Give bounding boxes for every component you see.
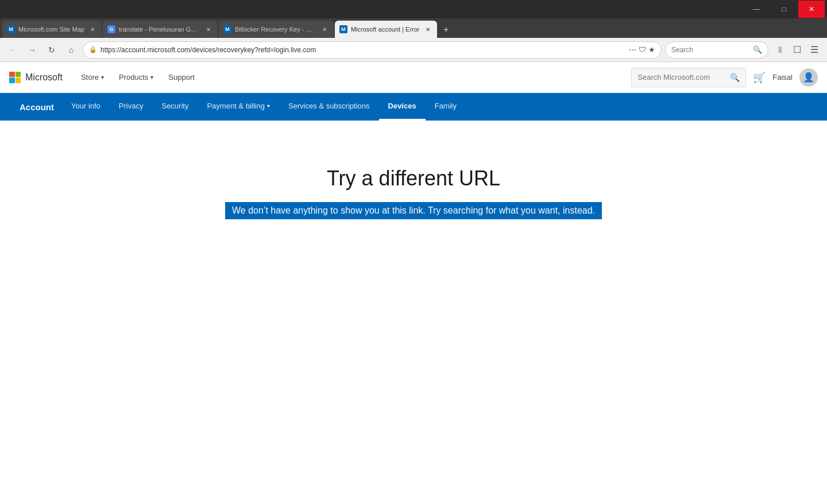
menu-icon[interactable]: ☰ [806, 42, 822, 58]
title-bar-controls: — □ ✕ [743, 1, 825, 18]
ms-logo-text: Microsoft [25, 72, 63, 83]
address-bar-icons: ⋯ 🛡 ★ [629, 45, 655, 54]
star-icon[interactable]: ★ [648, 45, 655, 54]
nav-store[interactable]: Store ▾ [74, 68, 111, 86]
maximize-button[interactable]: □ [771, 1, 797, 18]
tab-close-4[interactable]: ✕ [423, 25, 432, 34]
lock-icon: 🔒 [89, 46, 97, 53]
search-icon: 🔍 [753, 45, 762, 54]
minimize-button[interactable]: — [743, 1, 770, 18]
browser-search-box[interactable]: 🔍 [665, 41, 768, 59]
navigation-bar: ← → ↻ ⌂ 🔒 https://account.microsoft.com/… [0, 38, 827, 62]
ms-search-input[interactable] [637, 73, 725, 82]
address-bar[interactable]: 🔒 https://account.microsoft.com/devices/… [83, 41, 662, 59]
nav-security[interactable]: Security [152, 93, 198, 121]
nav-devices[interactable]: Devices [379, 93, 426, 121]
refresh-button[interactable]: ↻ [44, 42, 60, 58]
logo-green [16, 72, 21, 77]
nav-payment-billing[interactable]: Payment & billing ▾ [198, 93, 279, 121]
store-chevron-icon: ▾ [101, 74, 104, 80]
forward-button[interactable]: → [24, 42, 40, 58]
user-name[interactable]: Faisal [772, 73, 793, 82]
tab-bitlocker[interactable]: M Bitlocker Recovery Key - Micro... ✕ [219, 21, 334, 38]
ms-main-nav: Store ▾ Products ▾ Support [74, 68, 202, 86]
tab-label-4: Microsoft account | Error [351, 26, 420, 33]
tab-bar: M Microsoft.com Site Map ✕ G translate -… [0, 18, 827, 38]
ms-header-right: 🔍 🛒 Faisal 👤 [631, 68, 818, 87]
tab-label-2: translate - Penelusuran Google [119, 26, 200, 33]
nav-products[interactable]: Products ▾ [112, 68, 160, 86]
payment-chevron-icon: ▾ [267, 103, 270, 109]
nav-family[interactable]: Family [426, 93, 466, 121]
cart-icon[interactable]: 🛒 [753, 71, 766, 84]
avatar-initials: 👤 [803, 72, 814, 83]
tabs-icon[interactable]: ☐ [789, 42, 805, 58]
tab-ms-account-error[interactable]: M Microsoft account | Error ✕ [335, 21, 437, 38]
more-options-icon[interactable]: ⋯ [629, 45, 636, 54]
tab-favicon-1: M [7, 25, 15, 33]
tab-microsoft-sitemap[interactable]: M Microsoft.com Site Map ✕ [2, 21, 102, 38]
browser-chrome: — □ ✕ M Microsoft.com Site Map ✕ G trans… [0, 0, 827, 62]
tab-close-2[interactable]: ✕ [204, 25, 213, 34]
browser-search-input[interactable] [671, 46, 749, 54]
close-button[interactable]: ✕ [798, 1, 825, 18]
nav-your-info[interactable]: Your info [62, 93, 110, 121]
title-bar: — □ ✕ [0, 0, 827, 18]
ms-search-icon: 🔍 [730, 73, 740, 82]
address-text: https://account.microsoft.com/devices/re… [101, 46, 625, 54]
error-subtitle: We don’t have anything to show you at th… [225, 202, 602, 219]
tab-favicon-2: G [107, 25, 115, 33]
main-content: Try a different URL We don’t have anythi… [0, 121, 827, 350]
shield-icon: 🛡 [639, 45, 646, 54]
bookmarks-icon[interactable]: ⦀ [772, 42, 788, 58]
home-button[interactable]: ⌂ [63, 42, 79, 58]
logo-yellow [16, 77, 21, 83]
tab-favicon-4: M [339, 25, 347, 33]
back-button[interactable]: ← [5, 42, 21, 58]
tab-google-translate[interactable]: G translate - Penelusuran Google ✕ [103, 21, 218, 38]
logo-blue [9, 77, 15, 83]
avatar[interactable]: 👤 [799, 68, 818, 87]
tab-close-3[interactable]: ✕ [320, 25, 329, 34]
nav-support[interactable]: Support [161, 68, 202, 86]
account-nav-label: Account [11, 102, 62, 112]
nav-services-subscriptions[interactable]: Services & subscriptions [279, 93, 379, 121]
tab-favicon-3: M [223, 25, 231, 33]
tab-close-1[interactable]: ✕ [88, 25, 97, 34]
account-nav: Account Your info Privacy Security Payme… [0, 93, 827, 121]
tab-label-3: Bitlocker Recovery Key - Micro... [235, 26, 316, 33]
ms-logo[interactable]: Microsoft [9, 72, 63, 83]
ms-header: Microsoft Store ▾ Products ▾ Support 🔍 🛒… [0, 62, 827, 93]
tab-label-1: Microsoft.com Site Map [18, 26, 84, 33]
new-tab-button[interactable]: + [438, 22, 454, 38]
ms-logo-grid [9, 72, 21, 83]
products-chevron-icon: ▾ [150, 74, 153, 80]
ms-search-box[interactable]: 🔍 [631, 68, 746, 87]
error-title: Try a different URL [327, 166, 500, 191]
logo-red [9, 72, 15, 77]
nav-privacy[interactable]: Privacy [110, 93, 153, 121]
nav-right-icons: ⦀ ☐ ☰ [772, 42, 822, 58]
